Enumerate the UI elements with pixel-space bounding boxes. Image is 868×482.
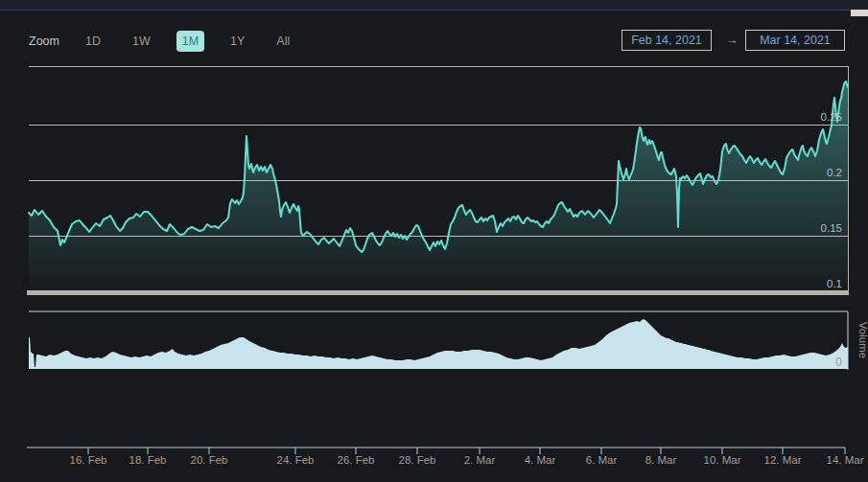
svg-text:28. Feb: 28. Feb	[399, 454, 436, 466]
date-axis: 16. Feb18. Feb20. Feb24. Feb26. Feb28. F…	[27, 448, 864, 466]
svg-text:12. Mar: 12. Mar	[764, 454, 802, 466]
svg-text:16. Feb: 16. Feb	[70, 454, 107, 466]
svg-text:10. Mar: 10. Mar	[704, 454, 741, 466]
volume-pane: 0Volume	[29, 311, 868, 370]
svg-text:14. Mar: 14. Mar	[827, 454, 864, 466]
svg-text:0.25: 0.25	[821, 111, 842, 123]
stock-chart[interactable]: 0.250.20.150.1 0Volume 16. Feb18. Feb20.…	[0, 0, 868, 482]
svg-text:8. Mar: 8. Mar	[645, 454, 677, 466]
svg-text:18. Feb: 18. Feb	[129, 454, 167, 466]
svg-text:0: 0	[835, 356, 842, 369]
price-area-fill	[29, 81, 848, 290]
svg-text:0.2: 0.2	[827, 167, 842, 178]
svg-text:2. Mar: 2. Mar	[464, 454, 496, 466]
svg-text:26. Feb: 26. Feb	[338, 454, 375, 466]
svg-text:0.15: 0.15	[821, 222, 842, 234]
volume-axis-title: Volume	[857, 322, 868, 358]
svg-text:0.1: 0.1	[827, 278, 842, 289]
svg-text:6. Mar: 6. Mar	[586, 454, 618, 466]
svg-text:20. Feb: 20. Feb	[191, 454, 228, 466]
svg-text:24. Feb: 24. Feb	[277, 454, 315, 466]
svg-text:4. Mar: 4. Mar	[525, 454, 556, 466]
